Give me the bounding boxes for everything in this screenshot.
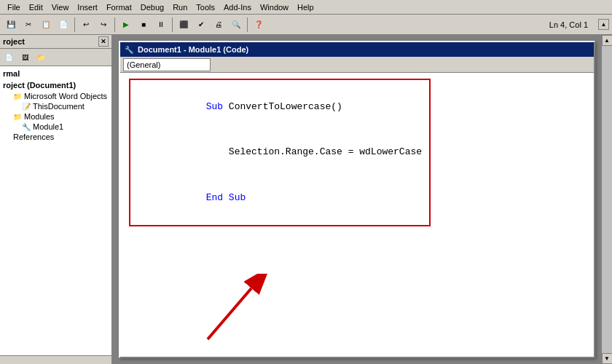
menu-addins[interactable]: Add-Ins — [219, 1, 256, 13]
panel-title: roject — [3, 37, 25, 46]
scroll-up-btn[interactable]: ▲ — [602, 35, 613, 46]
tree-section-project: roject (Document1) — [1, 79, 110, 91]
panel-close-button[interactable]: ✕ — [98, 36, 109, 47]
code-line-2: Selection.Range.Case = wdLowerCase — [138, 130, 422, 175]
tree-icon-thisdocument: 📝 — [22, 103, 31, 111]
tree-label-module1: Module1 — [33, 122, 63, 131]
panel-view-object[interactable]: 🖼 — [17, 51, 32, 64]
panel-toggle-folders[interactable]: 📁 — [34, 51, 48, 64]
project-tree: rmal roject (Document1) 📁 Microsoft Word… — [0, 66, 111, 355]
toolbar-cut[interactable]: ✂ — [20, 17, 36, 33]
toolbar-scroll[interactable]: ▲ — [598, 19, 609, 30]
project-panel: roject ✕ 📄 🖼 📁 rmal roject (Document1) 📁… — [0, 35, 113, 364]
code-editor[interactable]: Sub ConvertToLowercase() Selection.Range… — [120, 73, 594, 357]
menu-edit[interactable]: Edit — [25, 1, 47, 13]
toolbar-new[interactable]: 💾 — [3, 17, 19, 33]
tree-label-thisdocument: ThisDocument — [33, 102, 85, 111]
toolbar-save[interactable]: ✔ — [193, 17, 209, 33]
menu-bar: File Edit View Insert Format Debug Run T… — [0, 0, 612, 15]
menu-help[interactable]: Help — [293, 1, 318, 13]
tree-section-normal: rmal — [1, 68, 110, 79]
toolbar-userform[interactable]: ⬛ — [176, 17, 192, 33]
code-dropdown-label: (General) — [127, 60, 160, 69]
main-scrollbar[interactable]: ▲ ▼ — [601, 35, 612, 364]
main-area: roject ✕ 📄 🖼 📁 rmal roject (Document1) 📁… — [0, 35, 612, 364]
toolbar-redo[interactable]: ↪ — [95, 17, 111, 33]
toolbar-run[interactable]: ▶ — [118, 17, 134, 33]
toolbar-pause[interactable]: ⏸ — [153, 17, 169, 33]
toolbar-find[interactable]: 🔍 — [228, 17, 244, 33]
status-position: Ln 4, Col 1 — [549, 20, 594, 29]
menu-run[interactable]: Run — [168, 1, 192, 13]
tree-label-word-objects: Microsoft Word Objects — [24, 92, 107, 100]
keyword-sub: Sub — [206, 101, 229, 112]
tree-item-word-objects[interactable]: 📁 Microsoft Word Objects — [1, 91, 110, 101]
tree-label-modules: Modules — [24, 112, 55, 121]
code-line-1: Sub ConvertToLowercase() — [138, 84, 422, 130]
menu-window[interactable]: Window — [256, 1, 293, 13]
menu-insert[interactable]: Insert — [73, 1, 102, 13]
code-window-title: Document1 - Module1 (Code) — [138, 45, 248, 54]
toolbar-copy[interactable]: 📋 — [38, 17, 54, 33]
code-line-3: End Sub — [138, 175, 422, 221]
left-panel-scrollbar[interactable] — [0, 355, 111, 364]
tree-icon-modules: 📁 — [13, 113, 22, 121]
tree-icon-word-objects: 📁 — [13, 92, 22, 100]
vba-icon: 🔧 — [125, 46, 133, 54]
panel-view-code[interactable]: 📄 — [1, 51, 16, 64]
panel-toolbar: 📄 🖼 📁 — [0, 49, 111, 66]
tree-item-thisdocument[interactable]: 📝 ThisDocument — [1, 101, 110, 111]
menu-format[interactable]: Format — [102, 1, 136, 13]
panel-titlebar: roject ✕ — [0, 35, 111, 49]
function-name: ConvertToLowercase() — [229, 101, 342, 112]
code-titlebar: 🔧 Document1 - Module1 (Code) — [120, 42, 594, 57]
code-panel: 🔧 Document1 - Module1 (Code) (General) S… — [113, 35, 601, 364]
code-highlight-box: Sub ConvertToLowercase() Selection.Range… — [129, 79, 431, 226]
toolbar-sep1 — [74, 17, 75, 32]
svg-line-1 — [208, 288, 251, 339]
arrow-svg — [193, 274, 280, 347]
toolbar-paste[interactable]: 📄 — [55, 17, 71, 33]
scroll-track[interactable] — [602, 46, 612, 353]
keyword-endsub: End Sub — [206, 192, 246, 203]
code-statement: Selection.Range.Case = wdLowerCase — [206, 146, 422, 157]
tree-item-module1[interactable]: 🔧 Module1 — [1, 122, 110, 132]
menu-file[interactable]: File — [3, 1, 25, 13]
toolbar-sep4 — [247, 17, 248, 32]
code-window: 🔧 Document1 - Module1 (Code) (General) S… — [119, 41, 595, 358]
code-dropdown-general[interactable]: (General) — [123, 58, 211, 71]
toolbar-sep3 — [172, 17, 173, 32]
menu-view[interactable]: View — [47, 1, 74, 13]
menu-tools[interactable]: Tools — [192, 1, 219, 13]
toolbar-undo[interactable]: ↩ — [78, 17, 94, 33]
toolbar-stop[interactable]: ■ — [136, 17, 152, 33]
tree-icon-module1: 🔧 — [22, 123, 31, 131]
toolbar-sep2 — [114, 17, 115, 32]
toolbar-print[interactable]: 🖨 — [211, 17, 227, 33]
arrow-annotation — [193, 274, 280, 349]
tree-label-references: References — [13, 132, 54, 141]
scroll-down-btn[interactable]: ▼ — [602, 353, 613, 364]
menu-debug[interactable]: Debug — [136, 1, 168, 13]
tree-item-references[interactable]: References — [1, 132, 110, 142]
toolbar-help[interactable]: ❓ — [251, 17, 267, 33]
tree-item-modules[interactable]: 📁 Modules — [1, 111, 110, 122]
code-dropdown-bar: (General) — [120, 57, 594, 73]
toolbar: 💾 ✂ 📋 📄 ↩ ↪ ▶ ■ ⏸ ⬛ ✔ 🖨 🔍 ❓ Ln 4, Col 1 … — [0, 15, 612, 35]
